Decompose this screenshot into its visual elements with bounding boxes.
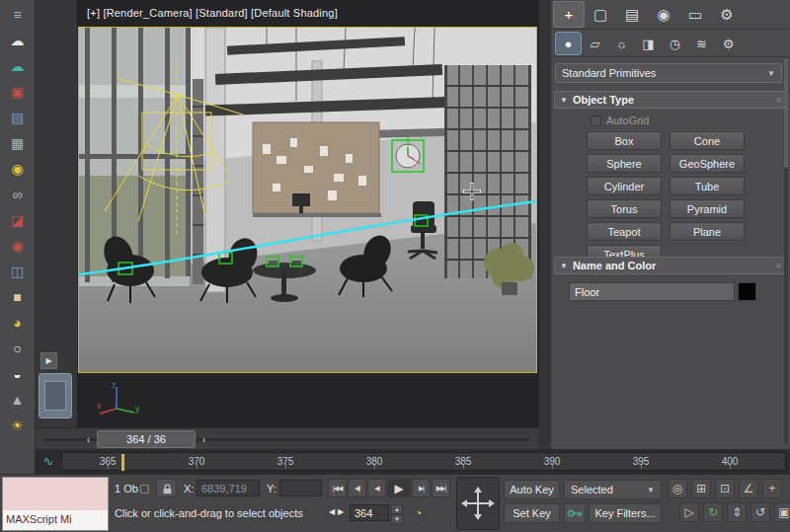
grid-icon[interactable]: ▦ [3,130,33,156]
space-warp-icon[interactable]: ◉ [3,233,33,259]
name-color-rollout-header[interactable]: ▼ Name and Color ≡ [554,257,787,274]
category-shapes[interactable]: ▱ [582,32,608,55]
link-icon[interactable]: ∞ [3,182,33,207]
image-icon[interactable]: ▣ [3,79,33,105]
goto-start-button[interactable]: |◀◀ [328,479,347,497]
play-button[interactable]: ▶ [387,479,411,497]
frame-back-arrow-icon[interactable]: ◀ [329,507,335,516]
object-type-teapot-button[interactable]: Teapot [587,222,662,241]
tab-motion[interactable]: ◉ [648,1,679,28]
time-slider-next-arrow[interactable]: › [198,431,210,447]
sphere-icon[interactable]: ○ [3,336,33,361]
fov-icon[interactable]: ∠ [739,479,758,498]
frame-forward-arrow-icon[interactable]: ▶ [338,507,344,516]
object-type-cylinder-button[interactable]: Cylinder [587,177,662,195]
primitive-category-dropdown[interactable]: Standard Primitives ▼ [555,63,782,83]
y-coordinate-field[interactable] [279,480,322,496]
mirror-icon[interactable]: ◫ [3,259,33,284]
object-type-box-button[interactable]: Box [587,131,662,150]
teapot-icon[interactable]: ◒ [3,361,33,387]
object-type-sphere-button[interactable]: Sphere [587,154,662,173]
maxscript-mini-listener[interactable]: MAXScript Mi [2,477,109,531]
dolly-icon[interactable]: ⇕ [727,502,747,522]
object-type-cone-button[interactable]: Cone [670,131,745,150]
menu-icon[interactable]: ≡ [3,2,33,28]
time-slider-prev-arrow[interactable]: ‹ [82,431,95,447]
object-type-tube-button[interactable]: Tube [670,177,745,195]
pan-icon[interactable]: + [762,479,782,498]
roll-icon[interactable]: ↺ [750,502,770,522]
zoom-extents-icon[interactable]: ⊡ [715,479,735,498]
category-geometry[interactable]: ● [555,32,582,55]
previous-frame-button[interactable]: ◀ [367,479,386,497]
lock-icon [160,482,174,495]
helmet-icon[interactable]: ◕ [3,310,33,336]
viewport[interactable]: [+] [Render_Camera] [Standard] [Default … [77,0,539,427]
orbit-icon[interactable]: ↻ [703,502,723,522]
panel-splitter[interactable] [539,0,551,449]
viewport-canvas[interactable] [78,27,537,373]
object-type-torus-button[interactable]: Torus [587,199,662,218]
zoom-all-icon[interactable]: ⊞ [691,479,711,498]
panel-scrollbar[interactable] [784,59,788,444]
spinner-down-icon[interactable]: ▼ [391,514,403,524]
light-icon[interactable]: ◉ [3,156,33,182]
selection-region-icon[interactable]: ▢ [139,482,149,494]
maximize-viewport-icon[interactable]: ▣ [774,502,790,522]
auto-key-button[interactable]: Auto Key [504,480,560,499]
frame-spinner[interactable]: ▲ ▼ [391,504,403,524]
category-space-warps[interactable]: ≋ [688,32,715,55]
layout-expand-button[interactable]: ▶ [40,352,57,369]
tab-display[interactable]: ▭ [679,1,711,28]
category-helpers[interactable]: ◷ [662,32,688,55]
previous-key-button[interactable]: ◀| [348,479,366,497]
set-key-mode-button[interactable] [564,503,586,523]
key-selection-dropdown[interactable]: Selected ▼ [564,480,662,499]
selection-lock-button[interactable] [156,479,177,497]
time-slider-handle[interactable]: 364 / 36 [97,430,196,448]
cloud-sync-icon[interactable]: ☁ [3,53,33,79]
open-listener-arrow-icon[interactable]: ▷ [679,502,699,522]
object-name-field[interactable]: Floor [569,282,735,301]
material-icon[interactable]: ◪ [3,207,33,233]
trackbar-curve-icon[interactable]: ∿ [40,452,57,470]
tab-create[interactable]: + [553,1,585,28]
object-type-geosphere-button[interactable]: GeoSphere [670,154,745,173]
tab-modify[interactable]: ▢ [585,1,616,28]
track-bar[interactable]: ∿ 365 370 375 380 385 390 395 400 [36,449,790,474]
object-type-plane-button[interactable]: Plane [670,222,745,241]
trackbar-ruler[interactable]: 365 370 375 380 385 390 395 400 [61,452,786,471]
category-lights[interactable]: ☼ [608,32,635,55]
time-configuration-icon[interactable]: ◔ [415,506,422,520]
autogrid-checkbox[interactable] [591,115,601,126]
x-coordinate-field[interactable]: 6839,719 [197,480,260,496]
box-icon[interactable]: ■ [3,284,33,310]
object-type-pyramid-button[interactable]: Pyramid [670,199,745,218]
cloud-icon[interactable]: ☁ [3,28,33,53]
object-color-swatch[interactable] [738,282,756,301]
category-cameras[interactable]: ◨ [635,32,662,55]
current-frame-field[interactable]: 364 [350,504,389,521]
layers-icon[interactable]: ▤ [3,105,33,130]
cone-icon[interactable]: ▲ [3,387,33,413]
move-gizmo-button[interactable] [456,477,500,530]
time-slider[interactable]: ‹ 364 / 36 › [36,427,539,449]
panel-scrollbar-thumb[interactable] [784,59,788,168]
tab-hierarchy[interactable]: ▤ [616,1,648,28]
category-systems[interactable]: ⚙ [715,32,742,55]
key-filters-button[interactable]: Key Filters... [589,503,662,523]
zoom-icon[interactable]: ◎ [668,479,687,498]
tab-utilities[interactable]: ⚙ [711,1,743,28]
set-key-button[interactable]: Set Key [504,503,560,523]
object-type-rollout-header[interactable]: ▼ Object Type ≡ [554,91,787,109]
current-frame-marker[interactable] [121,454,124,471]
viewport-layout-tab[interactable] [39,373,72,418]
goto-end-button[interactable]: ▶▶| [432,479,450,497]
command-panel-tabs: + ▢ ▤ ◉ ▭ ⚙ [551,0,790,30]
viewport-label[interactable]: [+] [Render_Camera] [Standard] [Default … [87,7,338,19]
sun-icon[interactable]: ☀ [3,413,33,438]
create-categories: ● ▱ ☼ ◨ ◷ ≋ ⚙ [551,31,790,57]
transport-controls: |◀◀ ◀| ◀ ▶ ▶| ▶▶| [328,479,450,497]
spinner-up-icon[interactable]: ▲ [391,504,403,514]
next-frame-button[interactable]: ▶| [412,479,431,497]
